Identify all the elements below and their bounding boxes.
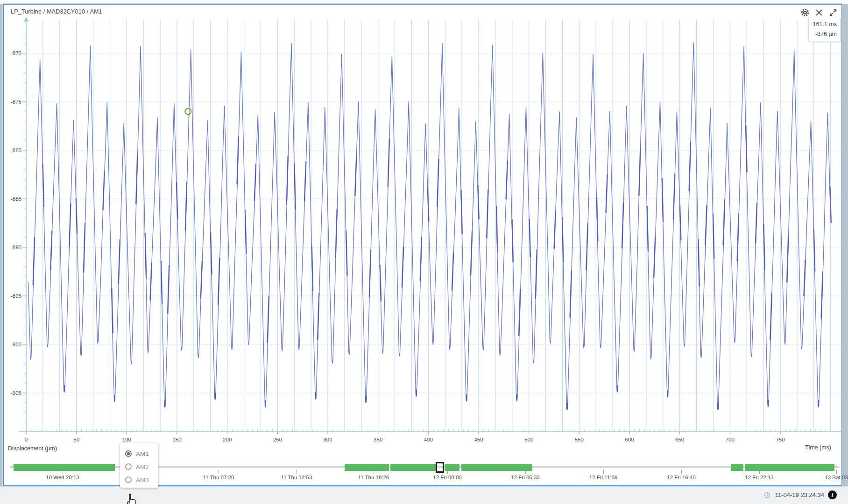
measurement-marker[interactable] (185, 108, 191, 124)
timeline-tick-label: 12 Fri 00:00 (433, 475, 461, 480)
timeline-tick (836, 470, 837, 474)
svg-text:300: 300 (323, 437, 332, 442)
timeline-data-segment[interactable] (345, 464, 389, 471)
svg-text:-905: -905 (11, 390, 21, 396)
svg-text:50: 50 (73, 437, 79, 442)
page-title: LP_Turbine / MAD32CY010 / AM1 (11, 8, 102, 15)
radio-option-am3[interactable]: AM3 (125, 473, 158, 486)
channel-select-popup: AM1 AM2 AM3 (120, 443, 158, 488)
gear-icon (800, 7, 810, 18)
svg-text:450: 450 (474, 437, 483, 442)
y-axis-title: Displacement (µm) (8, 445, 57, 452)
timeline-tick (525, 470, 526, 474)
waveform-series-am1 (28, 43, 830, 410)
panel-settings-button[interactable] (799, 7, 811, 19)
timeline-position-cursor[interactable] (436, 462, 444, 473)
timeline-tick-label: 12 Fri 11:06 (589, 475, 618, 480)
svg-text:-890: -890 (11, 245, 21, 250)
timeline-tick-label: 11 Thu 07:20 (203, 475, 234, 480)
waveform-chart[interactable]: -870-875-880-885-890-895-900-90505010015… (0, 0, 848, 488)
radio-option-am2[interactable]: AM2 (125, 460, 158, 473)
svg-text:0: 0 (25, 437, 28, 442)
timeline-tick (603, 470, 604, 474)
timeline-tick-label: 10 Wed 20:13 (46, 475, 79, 480)
panel-expand-button[interactable] (827, 7, 839, 19)
svg-text:700: 700 (726, 437, 735, 442)
cursor-displacement-value: -876 µm (811, 29, 837, 39)
status-bar: 11-04-19 23:24:34 i (763, 490, 837, 499)
svg-text:200: 200 (223, 437, 232, 442)
timeline-tick-label: 11 Thu 18:26 (358, 475, 389, 480)
timeline-tick (297, 470, 297, 474)
svg-text:-880: -880 (11, 147, 21, 153)
svg-text:100: 100 (122, 437, 131, 442)
svg-text:-895: -895 (11, 293, 21, 299)
svg-text:-875: -875 (11, 99, 21, 105)
svg-text:750: 750 (776, 437, 784, 442)
timeline-tick (63, 470, 63, 474)
x-axis-title: Time (ms) (805, 444, 831, 451)
timeline-tick (681, 470, 682, 474)
svg-text:350: 350 (374, 437, 382, 442)
timeline-data-segment[interactable] (14, 464, 115, 471)
svg-text:150: 150 (172, 437, 181, 442)
cursor-readout: 161.1 ms -876 µm (808, 18, 841, 42)
timeline-data-segment[interactable] (731, 464, 743, 471)
svg-text:500: 500 (524, 437, 533, 442)
radio-label: AM2 (136, 463, 149, 470)
mouse-cursor-hand (124, 493, 139, 504)
axes (19, 17, 841, 434)
panel-close-button[interactable] (813, 7, 825, 19)
radio-button-icon (125, 450, 132, 457)
svg-text:-870: -870 (11, 50, 21, 56)
svg-text:650: 650 (675, 437, 684, 442)
timeline-tick-label: 12 Fri 22:13 (745, 475, 773, 480)
timeline-tick (219, 470, 219, 474)
svg-text:-900: -900 (11, 342, 21, 347)
svg-text:600: 600 (625, 437, 634, 442)
history-clock-icon (763, 491, 771, 499)
timeline-data-segment[interactable] (390, 464, 437, 471)
status-timestamp: 11-04-19 23:24:34 (775, 491, 824, 498)
cursor-time-value: 161.1 ms (811, 20, 837, 29)
radio-label: AM3 (136, 476, 149, 483)
timeline-data-segment[interactable] (461, 464, 532, 471)
svg-text:400: 400 (424, 437, 433, 442)
timeline-tick (374, 470, 374, 474)
timeline-tick-label: 13 Sat 03 (825, 475, 848, 480)
timeline-data-segment[interactable] (745, 464, 834, 471)
svg-text:-885: -885 (11, 196, 21, 202)
timeline-tick-label: 12 Fri 16:40 (667, 475, 695, 480)
radio-label: AM1 (136, 450, 149, 457)
waveform-dense-segments (33, 126, 831, 410)
svg-text:250: 250 (273, 437, 282, 442)
x-gridlines (77, 20, 831, 431)
timeline-data-segment[interactable] (445, 464, 459, 471)
expand-icon (828, 7, 838, 18)
y-tick-labels: -870-875-880-885-890-895-900-905 (11, 50, 21, 396)
info-icon[interactable]: i (828, 490, 837, 499)
radio-option-am1[interactable]: AM1 (125, 447, 158, 460)
x-tick-labels: 0501001502002503003504004505005506006507… (25, 437, 785, 442)
timeline-tick (759, 470, 760, 474)
svg-text:550: 550 (575, 437, 584, 442)
radio-button-icon (125, 463, 132, 470)
radio-button-icon (125, 476, 132, 483)
close-icon (814, 7, 824, 18)
timeline-tick-label: 11 Thu 12:53 (281, 475, 312, 480)
timeline-tick (447, 470, 448, 474)
timeline-tick-label: 12 Fri 05:33 (511, 475, 539, 480)
